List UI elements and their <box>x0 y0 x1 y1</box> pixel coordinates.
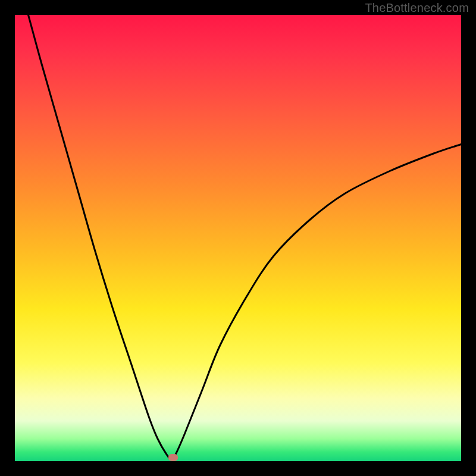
watermark-text: TheBottleneck.com <box>365 1 469 15</box>
bottleneck-curve <box>29 15 462 459</box>
minimum-marker <box>168 454 178 461</box>
curve-svg <box>15 15 461 461</box>
plot-area <box>15 15 461 461</box>
chart-frame: TheBottleneck.com <box>0 0 476 476</box>
